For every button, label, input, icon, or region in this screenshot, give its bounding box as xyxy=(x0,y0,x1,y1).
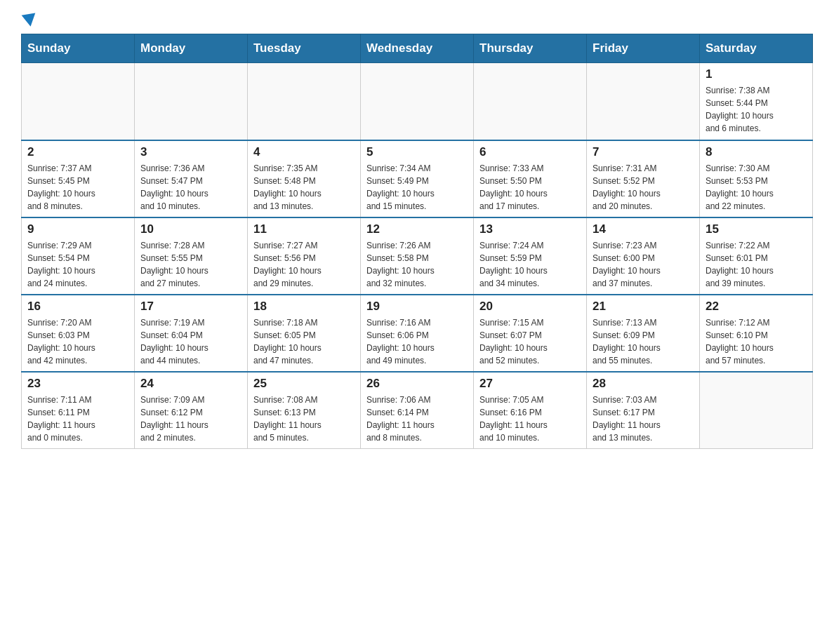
day-of-week-header: Thursday xyxy=(474,34,587,63)
day-info: Sunrise: 7:34 AM Sunset: 5:49 PM Dayligh… xyxy=(366,162,468,213)
day-info: Sunrise: 7:18 AM Sunset: 6:05 PM Dayligh… xyxy=(253,316,355,367)
calendar-cell: 27Sunrise: 7:05 AM Sunset: 6:16 PM Dayli… xyxy=(474,372,587,449)
calendar-cell: 4Sunrise: 7:35 AM Sunset: 5:48 PM Daylig… xyxy=(248,140,361,217)
day-info: Sunrise: 7:31 AM Sunset: 5:52 PM Dayligh… xyxy=(593,162,694,213)
calendar-cell: 25Sunrise: 7:08 AM Sunset: 6:13 PM Dayli… xyxy=(248,372,361,449)
day-info: Sunrise: 7:28 AM Sunset: 5:55 PM Dayligh… xyxy=(140,239,241,290)
calendar-cell xyxy=(22,63,135,140)
day-number: 5 xyxy=(366,145,468,159)
day-number: 1 xyxy=(706,67,807,81)
day-number: 19 xyxy=(366,300,468,314)
calendar-cell xyxy=(361,63,474,140)
day-info: Sunrise: 7:15 AM Sunset: 6:07 PM Dayligh… xyxy=(479,316,581,367)
day-number: 21 xyxy=(593,300,694,314)
day-number: 9 xyxy=(27,222,128,236)
day-number: 20 xyxy=(479,300,581,314)
day-info: Sunrise: 7:36 AM Sunset: 5:47 PM Dayligh… xyxy=(140,162,241,213)
day-number: 7 xyxy=(593,145,694,159)
calendar-cell: 22Sunrise: 7:12 AM Sunset: 6:10 PM Dayli… xyxy=(700,295,813,372)
day-info: Sunrise: 7:08 AM Sunset: 6:13 PM Dayligh… xyxy=(253,394,355,444)
day-info: Sunrise: 7:03 AM Sunset: 6:17 PM Dayligh… xyxy=(593,394,694,444)
day-of-week-header: Saturday xyxy=(700,34,813,63)
day-number: 6 xyxy=(479,145,581,159)
day-number: 28 xyxy=(593,377,694,391)
calendar-week-row: 9Sunrise: 7:29 AM Sunset: 5:54 PM Daylig… xyxy=(22,217,813,295)
day-info: Sunrise: 7:30 AM Sunset: 5:53 PM Dayligh… xyxy=(706,162,807,213)
day-info: Sunrise: 7:12 AM Sunset: 6:10 PM Dayligh… xyxy=(706,316,807,367)
calendar-header-row: SundayMondayTuesdayWednesdayThursdayFrid… xyxy=(22,34,813,63)
day-info: Sunrise: 7:13 AM Sunset: 6:09 PM Dayligh… xyxy=(593,316,694,367)
day-info: Sunrise: 7:38 AM Sunset: 5:44 PM Dayligh… xyxy=(706,84,807,135)
calendar-cell: 14Sunrise: 7:23 AM Sunset: 6:00 PM Dayli… xyxy=(587,217,700,295)
calendar-cell: 16Sunrise: 7:20 AM Sunset: 6:03 PM Dayli… xyxy=(22,295,135,372)
calendar-cell: 21Sunrise: 7:13 AM Sunset: 6:09 PM Dayli… xyxy=(587,295,700,372)
calendar-week-row: 2Sunrise: 7:37 AM Sunset: 5:45 PM Daylig… xyxy=(22,140,813,217)
day-number: 25 xyxy=(253,377,355,391)
calendar-cell: 6Sunrise: 7:33 AM Sunset: 5:50 PM Daylig… xyxy=(474,140,587,217)
calendar-cell: 20Sunrise: 7:15 AM Sunset: 6:07 PM Dayli… xyxy=(474,295,587,372)
day-number: 4 xyxy=(253,145,355,159)
day-of-week-header: Tuesday xyxy=(248,34,361,63)
calendar-cell: 19Sunrise: 7:16 AM Sunset: 6:06 PM Dayli… xyxy=(361,295,474,372)
day-number: 11 xyxy=(253,222,355,236)
calendar-cell xyxy=(587,63,700,140)
calendar-cell xyxy=(474,63,587,140)
calendar-cell: 28Sunrise: 7:03 AM Sunset: 6:17 PM Dayli… xyxy=(587,372,700,449)
calendar-cell: 11Sunrise: 7:27 AM Sunset: 5:56 PM Dayli… xyxy=(248,217,361,295)
day-info: Sunrise: 7:22 AM Sunset: 6:01 PM Dayligh… xyxy=(706,239,807,290)
day-info: Sunrise: 7:33 AM Sunset: 5:50 PM Dayligh… xyxy=(479,162,581,213)
day-info: Sunrise: 7:11 AM Sunset: 6:11 PM Dayligh… xyxy=(27,394,128,444)
day-number: 18 xyxy=(253,300,355,314)
calendar-cell xyxy=(135,63,248,140)
calendar-cell: 17Sunrise: 7:19 AM Sunset: 6:04 PM Dayli… xyxy=(135,295,248,372)
calendar-cell: 26Sunrise: 7:06 AM Sunset: 6:14 PM Dayli… xyxy=(361,372,474,449)
logo xyxy=(21,14,38,27)
day-number: 13 xyxy=(479,222,581,236)
calendar-cell: 7Sunrise: 7:31 AM Sunset: 5:52 PM Daylig… xyxy=(587,140,700,217)
calendar-week-row: 16Sunrise: 7:20 AM Sunset: 6:03 PM Dayli… xyxy=(22,295,813,372)
day-info: Sunrise: 7:16 AM Sunset: 6:06 PM Dayligh… xyxy=(366,316,468,367)
day-number: 14 xyxy=(593,222,694,236)
day-info: Sunrise: 7:23 AM Sunset: 6:00 PM Dayligh… xyxy=(593,239,694,290)
day-number: 2 xyxy=(27,145,128,159)
day-info: Sunrise: 7:37 AM Sunset: 5:45 PM Dayligh… xyxy=(27,162,128,213)
day-number: 27 xyxy=(479,377,581,391)
day-number: 23 xyxy=(27,377,128,391)
day-of-week-header: Wednesday xyxy=(361,34,474,63)
calendar-week-row: 1Sunrise: 7:38 AM Sunset: 5:44 PM Daylig… xyxy=(22,63,813,140)
calendar-table: SundayMondayTuesdayWednesdayThursdayFrid… xyxy=(21,34,813,449)
day-number: 26 xyxy=(366,377,468,391)
calendar-cell: 13Sunrise: 7:24 AM Sunset: 5:59 PM Dayli… xyxy=(474,217,587,295)
calendar-cell: 18Sunrise: 7:18 AM Sunset: 6:05 PM Dayli… xyxy=(248,295,361,372)
day-info: Sunrise: 7:35 AM Sunset: 5:48 PM Dayligh… xyxy=(253,162,355,213)
day-info: Sunrise: 7:06 AM Sunset: 6:14 PM Dayligh… xyxy=(366,394,468,444)
day-number: 15 xyxy=(706,222,807,236)
day-info: Sunrise: 7:05 AM Sunset: 6:16 PM Dayligh… xyxy=(479,394,581,444)
day-number: 3 xyxy=(140,145,241,159)
day-info: Sunrise: 7:19 AM Sunset: 6:04 PM Dayligh… xyxy=(140,316,241,367)
day-info: Sunrise: 7:24 AM Sunset: 5:59 PM Dayligh… xyxy=(479,239,581,290)
calendar-week-row: 23Sunrise: 7:11 AM Sunset: 6:11 PM Dayli… xyxy=(22,372,813,449)
day-info: Sunrise: 7:26 AM Sunset: 5:58 PM Dayligh… xyxy=(366,239,468,290)
day-of-week-header: Sunday xyxy=(22,34,135,63)
calendar-cell: 23Sunrise: 7:11 AM Sunset: 6:11 PM Dayli… xyxy=(22,372,135,449)
day-info: Sunrise: 7:20 AM Sunset: 6:03 PM Dayligh… xyxy=(27,316,128,367)
calendar-cell: 1Sunrise: 7:38 AM Sunset: 5:44 PM Daylig… xyxy=(700,63,813,140)
day-number: 10 xyxy=(140,222,241,236)
calendar-cell xyxy=(248,63,361,140)
day-number: 24 xyxy=(140,377,241,391)
calendar-cell: 5Sunrise: 7:34 AM Sunset: 5:49 PM Daylig… xyxy=(361,140,474,217)
day-number: 8 xyxy=(706,145,807,159)
day-number: 22 xyxy=(706,300,807,314)
calendar-cell: 9Sunrise: 7:29 AM Sunset: 5:54 PM Daylig… xyxy=(22,217,135,295)
calendar-cell xyxy=(700,372,813,449)
day-number: 16 xyxy=(27,300,128,314)
calendar-cell: 3Sunrise: 7:36 AM Sunset: 5:47 PM Daylig… xyxy=(135,140,248,217)
calendar-cell: 15Sunrise: 7:22 AM Sunset: 6:01 PM Dayli… xyxy=(700,217,813,295)
calendar-cell: 10Sunrise: 7:28 AM Sunset: 5:55 PM Dayli… xyxy=(135,217,248,295)
calendar-cell: 8Sunrise: 7:30 AM Sunset: 5:53 PM Daylig… xyxy=(700,140,813,217)
day-number: 17 xyxy=(140,300,241,314)
calendar-cell: 2Sunrise: 7:37 AM Sunset: 5:45 PM Daylig… xyxy=(22,140,135,217)
day-number: 12 xyxy=(366,222,468,236)
day-info: Sunrise: 7:27 AM Sunset: 5:56 PM Dayligh… xyxy=(253,239,355,290)
